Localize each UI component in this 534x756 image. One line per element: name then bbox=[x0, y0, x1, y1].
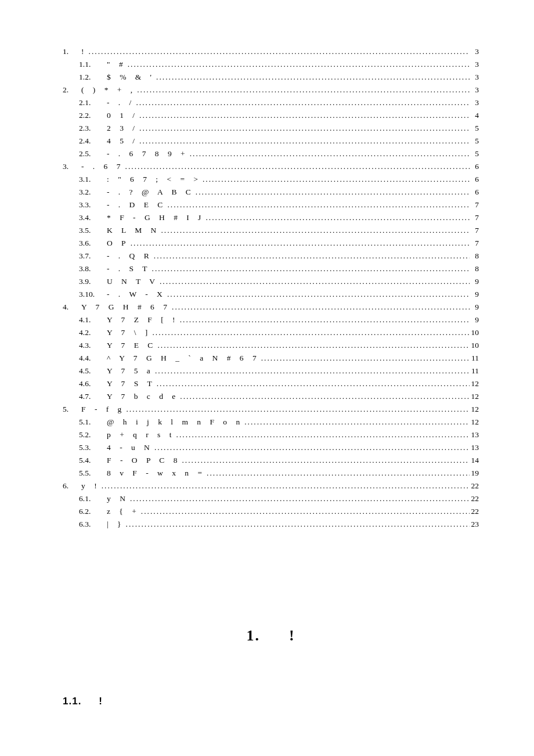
toc-entry[interactable]: 4.7.Y 7 b c d e12 bbox=[63, 393, 479, 401]
toc-entry[interactable]: 3.- . 6 76 bbox=[63, 163, 479, 171]
toc-page-number: 10 bbox=[471, 329, 479, 337]
toc-title: z { + bbox=[104, 507, 140, 516]
toc-entry[interactable]: 5.1.@ h i j k l m n F o n12 bbox=[63, 418, 479, 426]
toc-page-number: 6 bbox=[471, 163, 479, 171]
toc-number: 3.3. bbox=[79, 201, 104, 209]
toc-leader bbox=[102, 482, 470, 490]
toc-entry[interactable]: 2.1.- . /3 bbox=[63, 99, 479, 107]
toc-entry[interactable]: 3.10.- . W - X9 bbox=[63, 290, 479, 298]
toc-entry[interactable]: 2.( ) * + ,3 bbox=[63, 86, 479, 94]
toc-entry[interactable]: 3.6.O P7 bbox=[63, 239, 479, 247]
toc-entry[interactable]: 5.5.8 v F - w x n =19 bbox=[63, 469, 479, 477]
toc-leader bbox=[125, 163, 470, 171]
toc-entry[interactable]: 4.Y 7 G H # 6 79 bbox=[63, 303, 479, 311]
section-title: ! bbox=[289, 627, 295, 644]
toc-entry[interactable]: 2.2.0 1 /4 bbox=[63, 111, 479, 120]
toc-leader bbox=[180, 316, 470, 324]
toc-entry[interactable]: 3.1.: " 6 7 ; < = >6 bbox=[63, 175, 479, 183]
toc-entry[interactable]: 2.4.4 5 /5 bbox=[63, 137, 479, 145]
toc-page-number: 7 bbox=[471, 201, 479, 209]
toc-title: K L M N bbox=[104, 226, 160, 235]
toc-title: ^ Y 7 G H _ ` a N # 6 7 bbox=[104, 354, 260, 362]
toc-page-number: 19 bbox=[471, 469, 479, 477]
toc-leader bbox=[157, 341, 470, 350]
toc-number: 5.3. bbox=[79, 444, 104, 452]
toc-leader bbox=[190, 150, 470, 158]
toc-page-number: 9 bbox=[471, 303, 479, 311]
toc-number: 3.6. bbox=[79, 239, 104, 247]
toc-number: 4.1. bbox=[79, 316, 104, 324]
toc-leader bbox=[157, 380, 470, 388]
toc-page-number: 7 bbox=[471, 214, 479, 222]
toc-entry[interactable]: 4.1.Y 7 Z F [ !9 bbox=[63, 316, 479, 324]
toc-page-number: 5 bbox=[471, 124, 479, 132]
toc-page-number: 11 bbox=[471, 367, 479, 375]
toc-entry[interactable]: 4.3.Y 7 E C10 bbox=[63, 341, 479, 350]
toc-number: 3.10. bbox=[79, 290, 104, 298]
toc-entry[interactable]: 3.3.- . D E C7 bbox=[63, 201, 479, 209]
toc-title: - . / bbox=[104, 99, 135, 107]
toc-title: - . 6 7 8 9 + bbox=[104, 150, 189, 158]
toc-entry[interactable]: 4.2.Y 7 \ ]10 bbox=[63, 329, 479, 337]
toc-title: O P bbox=[104, 239, 129, 247]
toc-entry[interactable]: 4.6.Y 7 S T12 bbox=[63, 380, 479, 388]
section-number: 1. bbox=[246, 627, 260, 644]
toc-entry[interactable]: 5.2.p + q r s t13 bbox=[63, 431, 479, 439]
toc-title: ( ) * + , bbox=[79, 86, 136, 94]
toc-title: F - f g bbox=[79, 405, 125, 413]
toc-leader bbox=[154, 444, 470, 452]
toc-number: 5.4. bbox=[79, 456, 104, 465]
toc-entry[interactable]: 6.3.| }23 bbox=[63, 520, 479, 528]
toc-entry[interactable]: 1.!3 bbox=[63, 48, 479, 56]
toc-entry[interactable]: 1.1." #3 bbox=[63, 60, 479, 69]
toc-page-number: 22 bbox=[471, 482, 479, 490]
toc-page-number: 9 bbox=[471, 316, 479, 324]
toc-entry[interactable]: 3.4.* F - G H # I J7 bbox=[63, 214, 479, 222]
toc-leader bbox=[182, 456, 470, 465]
toc-number: 4.2. bbox=[79, 329, 104, 337]
toc-entry[interactable]: 3.5.K L M N7 bbox=[63, 226, 479, 235]
toc-title: 4 - u N bbox=[104, 444, 153, 452]
toc-page-number: 5 bbox=[471, 137, 479, 145]
toc-entry[interactable]: 5.4.F - O P C 814 bbox=[63, 456, 479, 465]
toc-title: ! bbox=[79, 48, 88, 56]
toc-number: 6.3. bbox=[79, 520, 104, 528]
toc-title: - . Q R bbox=[104, 252, 153, 260]
toc-entry[interactable]: 5.3.4 - u N13 bbox=[63, 444, 479, 452]
toc-page-number: 9 bbox=[471, 278, 479, 286]
toc-entry[interactable]: 4.4.^ Y 7 G H _ ` a N # 6 711 bbox=[63, 354, 479, 362]
toc-title: p + q r s t bbox=[104, 431, 175, 439]
toc-leader bbox=[167, 201, 470, 209]
toc-title: - . D E C bbox=[104, 201, 166, 209]
section-heading: 1.! bbox=[63, 627, 479, 645]
toc-number: 4.4. bbox=[79, 354, 104, 362]
toc-entry[interactable]: 6.1.y N22 bbox=[63, 495, 479, 503]
toc-leader bbox=[152, 265, 470, 273]
toc-entry[interactable]: 1.2.$ % & '3 bbox=[63, 73, 479, 81]
toc-title: @ h i j k l m n F o n bbox=[104, 418, 243, 426]
toc-entry[interactable]: 2.5.- . 6 7 8 9 +5 bbox=[63, 150, 479, 158]
toc-entry[interactable]: 6.2.z { +22 bbox=[63, 507, 479, 516]
toc-leader bbox=[126, 520, 470, 528]
toc-title: Y 7 5 a bbox=[104, 367, 154, 375]
toc-number: 4.7. bbox=[79, 393, 104, 401]
toc-page-number: 5 bbox=[471, 150, 479, 158]
toc-title: 4 5 / bbox=[104, 137, 138, 145]
toc-entry[interactable]: 3.2.- . ? @ A B C6 bbox=[63, 188, 479, 196]
toc-leader bbox=[167, 290, 470, 298]
toc-entry[interactable]: 6.y !22 bbox=[63, 482, 479, 490]
toc-number: 1.1. bbox=[79, 60, 104, 69]
toc-number: 5.5. bbox=[79, 469, 104, 477]
toc-entry[interactable]: 4.5.Y 7 5 a11 bbox=[63, 367, 479, 375]
toc-entry[interactable]: 2.3.2 3 /5 bbox=[63, 124, 479, 132]
toc-leader bbox=[128, 60, 470, 69]
toc-entry[interactable]: 3.9.U N T V9 bbox=[63, 278, 479, 286]
toc-entry[interactable]: 5.F - f g12 bbox=[63, 405, 479, 413]
toc-page-number: 6 bbox=[471, 188, 479, 196]
toc-leader bbox=[126, 405, 470, 413]
toc-entry[interactable]: 3.8.- . S T8 bbox=[63, 265, 479, 273]
toc-title: 2 3 / bbox=[104, 124, 138, 132]
toc-leader bbox=[207, 469, 470, 477]
toc-leader bbox=[196, 188, 470, 196]
toc-entry[interactable]: 3.7.- . Q R8 bbox=[63, 252, 479, 260]
